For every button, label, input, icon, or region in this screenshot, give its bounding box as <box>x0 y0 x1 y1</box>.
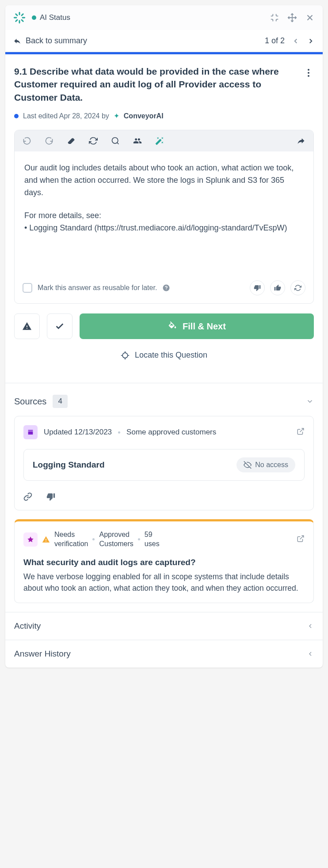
source-document-row[interactable]: Logging Standard No access <box>23 449 305 481</box>
chevron-down-icon[interactable] <box>306 397 314 405</box>
edit-indicator-dot <box>14 114 19 118</box>
sparkle-icon: ✦ <box>114 112 119 120</box>
sources-title: Sources <box>14 396 46 407</box>
open-external-icon[interactable] <box>297 535 305 544</box>
crosshair-icon <box>121 351 130 360</box>
search-icon[interactable] <box>111 136 120 145</box>
editor-footer: Mark this answer as reusable for later. <box>15 275 313 303</box>
subheader: Back to summary 1 of 2 <box>5 30 323 52</box>
sources-count-badge: 4 <box>53 395 67 408</box>
svg-point-0 <box>308 69 309 71</box>
paint-bucket-icon <box>168 321 177 331</box>
needs-verification-label: Needs verification <box>54 530 88 549</box>
source-document-title: Logging Standard <box>33 460 230 470</box>
meta-row: Last edited Apr 28, 2024 by ✦ ConveyorAI <box>14 112 314 120</box>
panel-header: AI Status <box>5 5 323 30</box>
source-qa-answer: We have verbose logging enabled for all … <box>23 571 305 594</box>
sources-header[interactable]: Sources 4 <box>5 383 323 416</box>
source-updated-text: Updated 12/13/2023 <box>44 428 112 437</box>
thumbs-down-button[interactable] <box>250 280 265 295</box>
source-card-qa: Needs verification Approved Customers 59… <box>14 519 314 603</box>
app-logo <box>13 11 26 24</box>
chevron-left-icon <box>307 623 314 630</box>
sync-button[interactable] <box>290 280 305 295</box>
back-label: Back to summary <box>26 36 87 45</box>
activity-section[interactable]: Activity <box>5 612 323 640</box>
thumbs-up-button[interactable] <box>270 280 285 295</box>
ai-author-name: ConveyorAI <box>124 112 164 120</box>
locate-question-link[interactable]: Locate this Question <box>14 351 314 360</box>
magic-wand-icon[interactable] <box>155 136 164 145</box>
svg-point-3 <box>112 138 118 143</box>
thumbs-down-icon[interactable] <box>46 492 55 501</box>
status-indicator-dot <box>32 15 36 20</box>
eraser-icon[interactable] <box>67 136 76 145</box>
source-card-document: Updated 12/13/2023 Some approved custome… <box>14 416 314 510</box>
eye-off-icon <box>244 461 252 469</box>
svg-point-5 <box>122 353 128 358</box>
answer-para-1: Our audit log includes details about who… <box>24 162 304 199</box>
open-external-icon[interactable] <box>297 427 305 438</box>
separator-dot <box>92 538 95 540</box>
back-to-summary-link[interactable]: Back to summary <box>13 36 265 45</box>
document-icon <box>23 425 38 439</box>
answer-text-area[interactable]: Our audit log includes details about who… <box>15 151 313 275</box>
fill-and-next-label: Fill & Next <box>183 321 226 332</box>
more-menu-icon[interactable] <box>303 68 314 78</box>
pager-text: 1 of 2 <box>265 36 285 45</box>
undo-icon[interactable] <box>23 136 31 145</box>
people-icon[interactable] <box>133 136 142 145</box>
activity-title: Activity <box>14 621 307 631</box>
approved-customers-label: Approved Customers <box>99 530 133 549</box>
share-icon[interactable] <box>297 136 305 145</box>
separator-dot <box>118 431 120 434</box>
pager: 1 of 2 <box>265 36 315 45</box>
reuse-label: Mark this answer as reusable for later. <box>38 284 157 292</box>
pager-next-icon[interactable] <box>307 37 315 45</box>
minimize-icon[interactable] <box>270 13 279 23</box>
link-icon[interactable] <box>23 492 32 501</box>
svg-point-2 <box>308 75 309 77</box>
star-icon <box>23 532 38 547</box>
status-label: AI Status <box>40 13 270 22</box>
help-icon[interactable] <box>162 284 170 292</box>
source-qa-question: What security and audit logs are capture… <box>23 558 305 567</box>
action-row: Fill & Next <box>14 313 314 339</box>
no-access-label: No access <box>255 461 288 469</box>
approve-button[interactable] <box>47 313 72 339</box>
editor-toolbar <box>15 130 313 151</box>
close-icon[interactable] <box>305 13 315 23</box>
separator-dot <box>138 538 140 540</box>
question-title: 9.1 Describe what data would be provided… <box>14 65 296 104</box>
refresh-icon[interactable] <box>89 136 98 145</box>
answer-editor: Our audit log includes details about who… <box>14 130 314 304</box>
flag-button[interactable] <box>14 313 40 339</box>
no-access-badge: No access <box>236 457 295 472</box>
fill-and-next-button[interactable]: Fill & Next <box>80 313 314 339</box>
history-title: Answer History <box>14 649 307 659</box>
chevron-left-icon <box>307 650 314 657</box>
answer-para-2-intro: For more details, see: <box>24 210 304 222</box>
back-arrow-icon <box>13 37 21 45</box>
answer-para-2-bullet: • Logging Standard (https://trust.mediac… <box>24 222 304 234</box>
uses-count-label: 59 uses <box>145 530 160 549</box>
source-visibility-text: Some approved customers <box>126 428 216 437</box>
pager-prev-icon[interactable] <box>292 37 300 45</box>
redo-icon[interactable] <box>45 136 53 145</box>
answer-history-section[interactable]: Answer History <box>5 640 323 668</box>
reuse-checkbox[interactable] <box>23 283 32 293</box>
warning-icon <box>42 536 50 543</box>
last-edited-text: Last edited Apr 28, 2024 by <box>23 112 109 120</box>
svg-point-1 <box>308 72 309 74</box>
move-icon[interactable] <box>287 13 297 23</box>
locate-label: Locate this Question <box>135 351 207 360</box>
